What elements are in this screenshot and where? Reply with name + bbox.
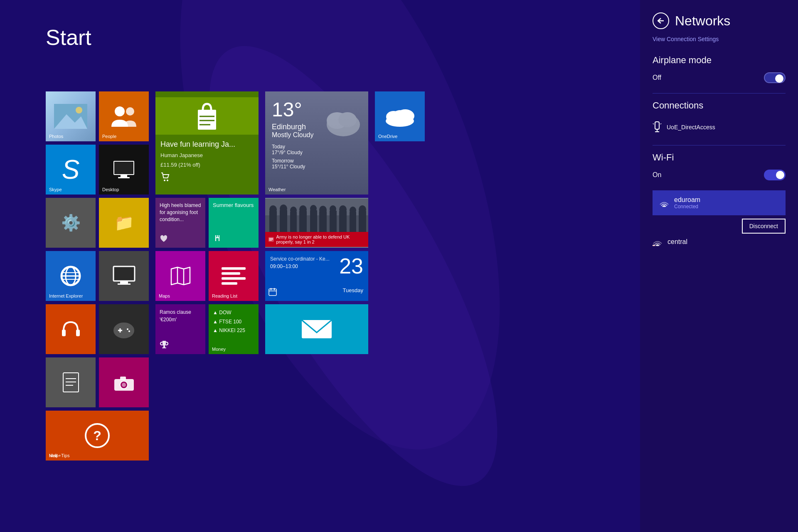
svg-point-22 (114, 323, 134, 338)
store-cart-icon (160, 172, 235, 184)
tile-pc[interactable] (99, 251, 149, 301)
news-bar: Army is no longer able to defend UK prop… (265, 232, 368, 247)
svg-rect-20 (62, 330, 66, 336)
tile-finance[interactable]: Ramos clause '€200m' (155, 304, 205, 354)
networks-title: Networks (675, 13, 730, 29)
svg-rect-89 (655, 122, 659, 129)
ie-label: Internet Explorer (49, 293, 83, 298)
file-icon (62, 372, 80, 393)
store-title: Have fun learning Ja... (160, 140, 235, 149)
svg-point-58 (280, 204, 287, 213)
tile-onedrive[interactable]: OneDrive (375, 91, 425, 141)
today-detail: 17°/9° Cloudy (272, 150, 362, 155)
svg-point-66 (319, 206, 327, 214)
help-circle: ? (85, 423, 110, 448)
ie-icon (58, 264, 83, 288)
svg-rect-34 (120, 377, 126, 380)
svg-line-92 (653, 123, 654, 124)
back-arrow-icon (658, 18, 664, 24)
food-icon (213, 234, 222, 244)
wifi-toggle[interactable] (764, 170, 786, 180)
store-subtitle: Human Japanese (160, 152, 235, 158)
svg-rect-48 (163, 346, 165, 347)
central-wifi-icon (653, 238, 663, 246)
wifi-toggle-knob (776, 171, 784, 179)
tile-money[interactable]: ▲ DOW ▲ FTSE 100 ▲ NIKKEI 225 Money (209, 304, 259, 354)
networks-panel: Networks View Connection Settings Airpla… (640, 0, 798, 532)
tile-file-explorer[interactable]: 📁 (99, 198, 149, 248)
tile-desktop[interactable]: Desktop (99, 145, 149, 195)
help-question: ? (93, 428, 101, 443)
phone-signal-icon (653, 121, 662, 133)
tile-store[interactable]: Have fun learning Ja... Human Japanese £… (155, 91, 259, 195)
calendar-day: Tuesday (343, 287, 363, 293)
tile-news-army[interactable]: Army is no longer able to defend UK prop… (265, 198, 368, 248)
trophy-icon (160, 340, 169, 351)
tile-summer-flavours[interactable]: Summer flavours (209, 198, 259, 248)
tile-settings[interactable]: ⚙️ (46, 198, 96, 248)
soldiers-image (265, 199, 368, 232)
tile-reading-list[interactable]: Reading List (209, 251, 259, 301)
divider-1 (653, 93, 786, 94)
tile-weather[interactable]: 13° Edinburgh Mostly Cloudy Today 17°/9°… (265, 91, 368, 195)
svg-point-4 (76, 107, 82, 113)
svg-rect-79 (269, 289, 276, 296)
tile-mail[interactable]: Mail (265, 304, 368, 354)
svg-rect-19 (118, 283, 131, 285)
tile-news-heels[interactable]: High heels blamed for agonising foot con… (155, 198, 205, 248)
view-connection-link[interactable]: View Connection Settings (653, 36, 786, 42)
tile-calendar[interactable]: Service co-ordinator - Ke... 09:00–13:00… (265, 251, 368, 301)
tile-row-2: S Skype Desktop (46, 145, 149, 195)
tile-column-3: 13° Edinburgh Mostly Cloudy Today 17°/9°… (265, 91, 368, 461)
ftse-text: ▲ FTSE 100 (213, 318, 245, 327)
eduroam-network-item[interactable]: eduroam Connected (653, 190, 786, 215)
svg-point-72 (350, 207, 356, 214)
airplane-toggle-row: Off (653, 72, 786, 83)
svg-point-94 (663, 206, 665, 207)
airplane-toggle[interactable] (764, 72, 786, 83)
reading-line-4 (222, 282, 237, 285)
tile-file2[interactable] (46, 357, 96, 407)
svg-point-95 (657, 245, 658, 246)
news-icon (268, 236, 274, 242)
tile-skype[interactable]: S Skype (46, 145, 96, 195)
today-label: Today (272, 144, 362, 150)
svg-rect-57 (280, 210, 287, 232)
maps-label: Maps (159, 293, 170, 298)
photos-label: Photos (49, 134, 63, 139)
wifi-section: Wi-Fi On eduroam Connected Disconnect (653, 152, 786, 250)
airplane-mode-title: Airplane mode (653, 55, 786, 66)
vpn-item[interactable]: UoE_DirectAccess (653, 118, 786, 137)
tile-camera[interactable] (99, 357, 149, 407)
desktop-label: Desktop (102, 187, 119, 192)
connections-title: Connections (653, 100, 786, 111)
headphones-icon (59, 318, 82, 341)
tile-help[interactable]: ? Help+Tips (46, 411, 149, 461)
tile-people[interactable]: People (99, 91, 149, 141)
store-content: Have fun learning Ja... Human Japanese £… (155, 135, 240, 188)
tile-headphones[interactable] (46, 304, 96, 354)
svg-rect-17 (114, 267, 134, 280)
svg-point-87 (393, 110, 406, 120)
disconnect-button[interactable]: Disconnect (742, 219, 786, 234)
reading-line-3 (222, 277, 246, 280)
tile-game[interactable] (99, 304, 149, 354)
svg-rect-73 (359, 211, 366, 232)
airplane-status: Off (653, 74, 661, 81)
tile-photos[interactable]: Photos (46, 91, 96, 141)
tiles-container: Photos People (46, 91, 425, 461)
settings-icon: ⚙️ (61, 214, 81, 232)
reading-line-2 (222, 272, 240, 275)
tile-column-2: Have fun learning Ja... Human Japanese £… (155, 91, 259, 461)
back-button[interactable] (653, 12, 669, 29)
svg-rect-35 (198, 110, 216, 130)
wifi-toggle-row: On (653, 170, 786, 180)
main-tile-columns: Photos People (46, 91, 425, 461)
money-stocks: ▲ DOW ▲ FTSE 100 ▲ NIKKEI 225 (213, 308, 245, 335)
tile-ie[interactable]: Internet Explorer (46, 251, 96, 301)
tile-maps[interactable]: Maps (155, 251, 205, 301)
connections-section: Connections UoE_DirectAccess (653, 100, 786, 137)
svg-rect-8 (114, 162, 133, 174)
airplane-toggle-knob (775, 74, 783, 83)
central-network-item[interactable]: central (653, 234, 786, 250)
